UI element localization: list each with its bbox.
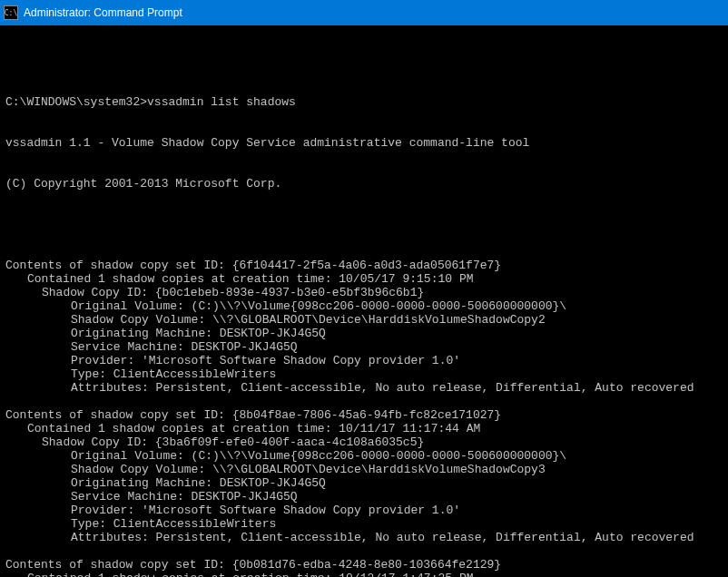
blank-line [5, 54, 723, 68]
prompt-line: C:\WINDOWS\system32>vssadmin list shadow… [5, 95, 723, 109]
type-line: Type: ClientAccessibleWriters [5, 367, 723, 381]
creation-time-line: Contained 1 shadow copies at creation ti… [5, 272, 723, 286]
creation-time-line: Contained 1 shadow copies at creation ti… [5, 572, 723, 577]
shadow-copy-set: Contents of shadow copy set ID: {8b04f8a… [5, 408, 723, 558]
terminal-output[interactable]: C:\WINDOWS\system32>vssadmin list shadow… [0, 25, 728, 577]
shadow-copy-id-line: Shadow Copy ID: {3ba6f09f-efe0-400f-aaca… [5, 435, 723, 449]
attributes-line: Attributes: Persistent, Client-accessibl… [5, 381, 723, 395]
cmd-icon: C:\ [4, 5, 18, 20]
type-line: Type: ClientAccessibleWriters [5, 517, 723, 531]
shadow-copy-id-line: Shadow Copy ID: {b0c1ebeb-893e-4937-b3e0… [5, 286, 723, 299]
provider-line: Provider: 'Microsoft Software Shadow Cop… [5, 354, 723, 367]
blank-line [5, 544, 723, 558]
shadow-copy-set: Contents of shadow copy set ID: {0b081d7… [5, 558, 723, 577]
titlebar[interactable]: C:\ Administrator: Command Prompt [0, 0, 728, 25]
blank-line [5, 395, 723, 408]
banner-line-2: (C) Copyright 2001-2013 Microsoft Corp. [5, 177, 723, 191]
original-volume-line: Original Volume: (C:)\\?\Volume{098cc206… [5, 449, 723, 463]
original-volume-line: Original Volume: (C:)\\?\Volume{098cc206… [5, 299, 723, 313]
set-id-line: Contents of shadow copy set ID: {6f10441… [5, 259, 723, 272]
shadow-copy-set: Contents of shadow copy set ID: {6f10441… [5, 259, 723, 408]
banner-line-1: vssadmin 1.1 - Volume Shadow Copy Servic… [5, 136, 723, 150]
service-machine-line: Service Machine: DESKTOP-JKJ4G5Q [5, 340, 723, 354]
set-id-line: Contents of shadow copy set ID: {8b04f8a… [5, 408, 723, 422]
shadow-copy-volume-line: Shadow Copy Volume: \\?\GLOBALROOT\Devic… [5, 463, 723, 476]
service-machine-line: Service Machine: DESKTOP-JKJ4G5Q [5, 490, 723, 504]
blank-line [5, 218, 723, 231]
attributes-line: Attributes: Persistent, Client-accessibl… [5, 531, 723, 544]
originating-machine-line: Originating Machine: DESKTOP-JKJ4G5Q [5, 476, 723, 490]
window-title: Administrator: Command Prompt [24, 6, 182, 19]
shadow-copy-volume-line: Shadow Copy Volume: \\?\GLOBALROOT\Devic… [5, 313, 723, 327]
set-id-line: Contents of shadow copy set ID: {0b081d7… [5, 558, 723, 572]
creation-time-line: Contained 1 shadow copies at creation ti… [5, 422, 723, 435]
provider-line: Provider: 'Microsoft Software Shadow Cop… [5, 504, 723, 517]
originating-machine-line: Originating Machine: DESKTOP-JKJ4G5Q [5, 327, 723, 340]
